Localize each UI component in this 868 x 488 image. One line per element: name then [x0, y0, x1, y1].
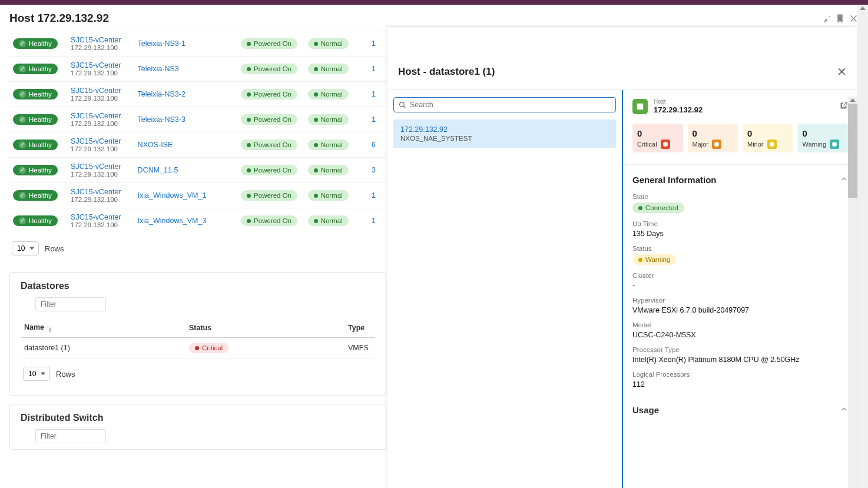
svg-rect-1: [637, 103, 644, 109]
chevron-up-icon[interactable]: [840, 175, 848, 185]
ds-col-type[interactable]: Type: [344, 318, 375, 338]
scroll-thumb[interactable]: [848, 104, 857, 198]
alarm-card-minor[interactable]: 0 Minor: [743, 124, 793, 152]
usage-title: Usage: [632, 405, 659, 415]
vcenter-ip: 172.29.132.100: [71, 171, 131, 178]
ds-col-name[interactable]: Name▲▼: [21, 318, 185, 338]
top-band: [0, 0, 868, 5]
flyout-detail-panel: Host 172.29.132.92 0 Critical 0 Major 0: [623, 90, 857, 488]
vm-count-link[interactable]: 1: [372, 191, 376, 200]
table-row[interactable]: HealthySJC15-vCenter172.29.132.100Teleix…: [9, 31, 386, 57]
table-row[interactable]: HealthySJC15-vCenter172.29.132.100DCNM_1…: [9, 158, 386, 183]
vcenter-link[interactable]: SJC15-vCenter: [71, 188, 131, 196]
dswitch-title: Distributed Switch: [21, 413, 375, 423]
search-input[interactable]: [410, 101, 611, 109]
vcenter-link[interactable]: SJC15-vCenter: [71, 87, 131, 95]
vm-count-link[interactable]: 6: [372, 141, 376, 149]
ds-pager: 10 Rows: [21, 358, 375, 389]
table-row[interactable]: HealthySJC15-vCenter172.29.132.100Teleix…: [9, 107, 386, 132]
vcenter-ip: 172.29.132.100: [71, 221, 131, 228]
datastores-title: Datastores: [21, 281, 375, 291]
svg-point-0: [400, 102, 405, 107]
ds-rows-select[interactable]: 10: [23, 367, 50, 381]
scroll-up-arrow[interactable]: [850, 98, 856, 102]
normal-badge: Normal: [308, 114, 349, 125]
healthy-badge: Healthy: [13, 38, 58, 49]
healthy-badge: Healthy: [13, 140, 58, 150]
powered-on-badge: Powered On: [241, 215, 297, 226]
vm-name-link[interactable]: Teleixia-NS3-1: [138, 39, 185, 48]
vcenter-link[interactable]: SJC15-vCenter: [71, 36, 131, 44]
table-row[interactable]: datastore1 (1) Critical VMFS: [21, 338, 375, 358]
dswitch-section: Distributed Switch: [9, 404, 386, 450]
table-row[interactable]: HealthySJC15-vCenter172.29.132.100Teleix…: [9, 57, 386, 82]
vm-count-link[interactable]: 1: [372, 90, 376, 98]
alarm-card-major[interactable]: 0 Major: [688, 124, 738, 152]
ds-col-status[interactable]: Status: [185, 318, 344, 338]
dswitch-filter-input[interactable]: [35, 429, 106, 443]
open-external-icon[interactable]: [839, 101, 848, 112]
page-scrollbar[interactable]: [857, 5, 868, 488]
flyout-scrollbar[interactable]: [848, 97, 857, 488]
vm-name-link[interactable]: DCNM_11.5: [138, 166, 178, 174]
table-row[interactable]: HealthySJC15-vCenter172.29.132.100Ixia_W…: [9, 183, 386, 208]
warning-badge: Warning: [632, 254, 676, 265]
host-label: Host: [654, 98, 703, 105]
vm-name-link[interactable]: NXOS-ISE: [138, 141, 173, 149]
vm-name-link[interactable]: Teleixia-NS3-2: [138, 90, 185, 98]
alarm-card-critical[interactable]: 0 Critical: [632, 124, 683, 152]
host-detail-flyout: Host - datastore1 (1) ✕ 172.29.132.92 NX…: [387, 26, 857, 488]
vm-name-link[interactable]: Teleixia-NS3: [138, 65, 179, 73]
vm-count-link[interactable]: 1: [372, 39, 376, 48]
usage-header[interactable]: Usage: [632, 405, 848, 415]
vcenter-link[interactable]: SJC15-vCenter: [71, 112, 131, 120]
vcenter-ip: 172.29.132.100: [71, 120, 131, 127]
search-result-item[interactable]: 172.29.132.92 NXOS_NAE_SYSTEST: [393, 119, 616, 148]
scroll-up-arrow[interactable]: [860, 6, 866, 10]
normal-badge: Normal: [308, 190, 349, 201]
ds-name: datastore1 (1): [21, 338, 185, 358]
vcenter-ip: 172.29.132.100: [71, 95, 131, 102]
vm-count-link[interactable]: 1: [372, 217, 376, 225]
vm-rows-select[interactable]: 10: [12, 241, 39, 255]
search-box[interactable]: [393, 97, 616, 112]
warning-icon: [830, 140, 839, 149]
vm-count-link[interactable]: 1: [372, 115, 376, 124]
table-row[interactable]: HealthySJC15-vCenter172.29.132.100Teleix…: [9, 82, 386, 107]
flyout-title: Host - datastore1 (1): [398, 66, 495, 78]
vm-table: HealthySJC15-vCenter172.29.132.100Teleix…: [9, 31, 386, 233]
pin-icon[interactable]: [821, 14, 831, 24]
flyout-search-panel: 172.29.132.92 NXOS_NAE_SYSTEST: [387, 90, 623, 488]
vm-count-link[interactable]: 3: [372, 166, 376, 174]
vm-count-link[interactable]: 1: [372, 65, 376, 73]
header-action-icons: [821, 14, 859, 24]
vcenter-link[interactable]: SJC15-vCenter: [71, 137, 131, 145]
flyout-close-button[interactable]: ✕: [837, 65, 847, 79]
bookmark-icon[interactable]: [835, 14, 845, 24]
vcenter-link[interactable]: SJC15-vCenter: [71, 162, 131, 171]
general-info-header[interactable]: General Information: [632, 175, 848, 185]
flyout-header: Host - datastore1 (1) ✕: [387, 57, 857, 89]
normal-badge: Normal: [308, 215, 349, 226]
minor-icon: [767, 140, 777, 149]
result-name: NXOS_NAE_SYSTEST: [400, 135, 609, 142]
vcenter-link[interactable]: SJC15-vCenter: [71, 213, 131, 221]
vm-name-link[interactable]: Ixia_Windows_VM_3: [138, 217, 207, 225]
alarm-card-warning[interactable]: 0 Warning: [798, 124, 849, 152]
datastores-section: Datastores Name▲▼ Status Type datastore1…: [9, 272, 386, 396]
powered-on-badge: Powered On: [241, 114, 297, 125]
major-icon: [712, 140, 721, 149]
vcenter-ip: 172.29.132.100: [71, 69, 131, 77]
chevron-up-icon[interactable]: [840, 405, 848, 415]
powered-on-badge: Powered On: [241, 38, 297, 49]
table-row[interactable]: HealthySJC15-vCenter172.29.132.100NXOS-I…: [9, 132, 386, 158]
vcenter-link[interactable]: SJC15-vCenter: [71, 61, 131, 69]
vm-name-link[interactable]: Teleixia-NS3-3: [138, 115, 185, 124]
vm-name-link[interactable]: Ixia_Windows_VM_1: [138, 191, 207, 200]
datastores-filter-input[interactable]: [35, 297, 106, 311]
healthy-badge: Healthy: [13, 165, 58, 175]
flyout-body: 172.29.132.92 NXOS_NAE_SYSTEST Host 172.…: [387, 89, 857, 488]
table-row[interactable]: HealthySJC15-vCenter172.29.132.100Ixia_W…: [9, 208, 386, 234]
vcenter-ip: 172.29.132.100: [71, 44, 131, 51]
alarm-summary-cards: 0 Critical 0 Major 0 Minor 0 Warning: [632, 124, 848, 152]
